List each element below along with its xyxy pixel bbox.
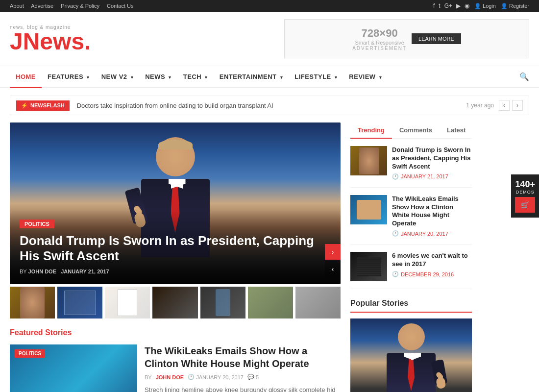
contact-link[interactable]: Contact Us [107, 3, 133, 9]
hero-overlay: POLITICS Donald Trump Is Sworn In as Pre… [10, 210, 341, 284]
register-link[interactable]: 👤 Register [501, 3, 529, 9]
about-link[interactable]: About [10, 3, 24, 9]
nav-tech[interactable]: TECH ▾ [177, 66, 214, 87]
social-icons: f t G+ ▶ ◉ [433, 2, 469, 9]
thumbnail-3[interactable] [105, 287, 150, 318]
googleplus-icon[interactable]: G+ [444, 2, 452, 9]
main-nav: HOME FEATURES ▾ NEW V2 ▾ NEWS ▾ TECH ▾ E… [0, 66, 539, 88]
hero-category: POLITICS [20, 220, 54, 228]
main-content: POLITICS Donald Trump Is Sworn In as Pre… [0, 122, 539, 392]
search-icon[interactable]: 🔍 [519, 72, 529, 81]
site-logo[interactable]: news, blog & magazine JNews. [10, 24, 91, 53]
top-bar-links: About Advertise Privacy & Policy Contact… [10, 3, 139, 9]
trending-thumb-3 [350, 252, 387, 281]
trending-title-2[interactable]: The WikiLeaks Emails Show How a Clinton … [392, 195, 472, 228]
thumbnail-1[interactable] [10, 287, 55, 318]
featured-article: POLITICS The WikiLeaks Emails Show How a… [10, 344, 341, 392]
featured-article-comments: 💬 5 [247, 374, 259, 380]
logo-text: JNews. [10, 30, 91, 53]
newsflash-nav: ‹ › [499, 100, 523, 111]
hero-prev-button[interactable]: ‹ [325, 261, 341, 277]
site-header: news, blog & magazine JNews. 728×90 Smar… [0, 12, 539, 66]
ad-size: 728×90 [352, 27, 407, 40]
top-bar-right: f t G+ ▶ ◉ 👤 Login 👤 Register [433, 2, 529, 9]
facebook-icon[interactable]: f [433, 2, 435, 9]
newsflash-badge: ⚡ NEWSFLASH [16, 100, 70, 111]
featured-article-date: 🕐 JANUARY 20, 2017 [188, 374, 244, 380]
popular-stories-title: Popular Stories [350, 299, 472, 313]
advertisement-banner: 728×90 Smart & Responsive ADVERTISEMENT … [284, 19, 529, 58]
thumbnail-6[interactable] [248, 287, 293, 318]
login-link[interactable]: 👤 Login [474, 3, 496, 9]
trending-date-1: 🕐 JANUARY 21, 2017 [392, 173, 472, 180]
featured-article-author[interactable]: JOHN DOE [156, 374, 184, 380]
featured-article-image: POLITICS [10, 344, 137, 392]
trending-info-1: Donald Trump is Sworn In as President, C… [392, 146, 472, 180]
trending-thumb-1 [350, 146, 387, 175]
hero-title: Donald Trump Is Sworn In as President, C… [20, 233, 331, 264]
nav-features[interactable]: FEATURES ▾ [42, 66, 96, 87]
demos-widget[interactable]: 140+ DEMOS 🛒 [511, 174, 539, 218]
nav-news[interactable]: NEWS ▾ [139, 66, 177, 87]
tab-latest[interactable]: Latest [440, 122, 473, 138]
hero-image: POLITICS Donald Trump Is Sworn In as Pre… [10, 122, 341, 284]
trending-title-3[interactable]: 6 movies we can't wait to see in 2017 [392, 252, 472, 269]
left-column: POLITICS Donald Trump Is Sworn In as Pre… [10, 122, 341, 392]
newsflash-bar: ⚡ NEWSFLASH Doctors take inspiration fro… [10, 96, 529, 115]
privacy-link[interactable]: Privacy & Policy [61, 3, 99, 9]
nav-items: HOME FEATURES ▾ NEW V2 ▾ NEWS ▾ TECH ▾ E… [10, 66, 388, 87]
featured-category-badge: POLITICS [15, 349, 45, 358]
tab-trending[interactable]: Trending [350, 122, 392, 139]
demos-cart-icon[interactable]: 🛒 [515, 197, 535, 213]
trending-title-1[interactable]: Donald Trump is Sworn In as President, C… [392, 146, 472, 171]
auth-links: 👤 Login 👤 Register [474, 3, 529, 9]
nav-lifestyle[interactable]: LIFESTYLE ▾ [289, 66, 343, 87]
twitter-icon[interactable]: t [439, 2, 440, 9]
featured-article-meta: BY JOHN DOE 🕐 JANUARY 20, 2017 💬 5 [145, 374, 341, 380]
ad-tagline: Smart & Responsive [352, 40, 407, 46]
popular-main-image [350, 318, 472, 392]
hero-next-button[interactable]: › [325, 244, 341, 260]
featured-article-content: The WikiLeaks Emails Show How a Clinton … [145, 344, 341, 392]
newsflash-next-button[interactable]: › [512, 100, 523, 111]
tab-comments[interactable]: Comments [392, 122, 440, 138]
newsflash-time: 1 year ago [466, 102, 494, 109]
featured-article-description: Strech lining hemline above knee burgund… [145, 385, 341, 392]
trending-thumb-2 [350, 195, 387, 224]
nav-new-v2[interactable]: NEW V2 ▾ [96, 66, 139, 87]
trending-date-2: 🕐 JANUARY 20, 2017 [392, 230, 472, 237]
newsflash-text: Doctors take inspiration from online dat… [77, 102, 459, 109]
top-bar: About Advertise Privacy & Policy Contact… [0, 0, 539, 12]
thumbnail-4[interactable] [152, 287, 197, 318]
trending-item-2: The WikiLeaks Emails Show How a Clinton … [350, 195, 472, 245]
advertise-link[interactable]: Advertise [31, 3, 53, 9]
ad-label: ADVERTISEMENT [352, 46, 407, 51]
nav-review[interactable]: REVIEW ▾ [343, 66, 388, 87]
demos-number: 140+ [515, 179, 535, 190]
trending-date-3: 🕐 DECEMBER 29, 2016 [392, 271, 472, 277]
trending-info-2: The WikiLeaks Emails Show How a Clinton … [392, 195, 472, 237]
hero-article: POLITICS Donald Trump Is Sworn In as Pre… [10, 122, 341, 284]
rss-icon[interactable]: ◉ [465, 2, 469, 9]
featured-article-title[interactable]: The WikiLeaks Emails Show How a Clinton … [145, 344, 341, 370]
trending-item-3: 6 movies we can't wait to see in 2017 🕐 … [350, 252, 472, 289]
hero-meta: BY JOHN DOE JANUARY 21, 2017 [20, 269, 331, 274]
ad-learn-more-button[interactable]: LEARN MORE [412, 33, 461, 44]
nav-entertainment[interactable]: ENTERTAINMENT ▾ [214, 66, 289, 87]
thumbnail-7[interactable] [295, 287, 341, 318]
trending-tabs: Trending Comments Latest [350, 122, 472, 139]
featured-title: Featured Stories [10, 328, 341, 337]
newsflash-prev-button[interactable]: ‹ [499, 100, 510, 111]
right-sidebar: Trending Comments Latest Donald Trump is… [350, 122, 472, 392]
youtube-icon[interactable]: ▶ [456, 2, 461, 9]
thumbnail-5[interactable] [200, 287, 245, 318]
article-thumbnails [10, 287, 341, 318]
featured-section: Featured Stories [10, 328, 341, 392]
trending-item-1: Donald Trump is Sworn In as President, C… [350, 146, 472, 188]
nav-home[interactable]: HOME [10, 66, 42, 88]
trending-info-3: 6 movies we can't wait to see in 2017 🕐 … [392, 252, 472, 281]
thumbnail-2[interactable] [57, 287, 102, 318]
demos-label: DEMOS [515, 190, 535, 195]
